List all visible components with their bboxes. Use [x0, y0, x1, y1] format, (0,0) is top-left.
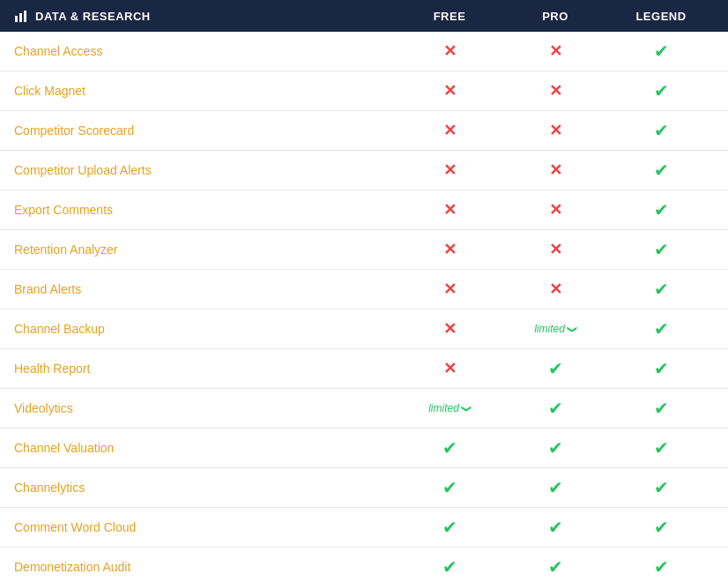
free-cell: ✔: [397, 437, 502, 458]
comparison-table: DATA & RESEARCH FREE PRO LEGEND Channel …: [0, 0, 728, 581]
pro-cell: ✔: [502, 556, 608, 577]
free-cell: ✕: [397, 319, 502, 339]
check-icon: ✔: [548, 517, 563, 538]
legend-cell: ✔: [608, 517, 714, 538]
check-icon: ✔: [654, 41, 669, 62]
table-row: Retention Analyzer ✕ ✕ ✔: [0, 230, 728, 270]
svg-rect-2: [24, 11, 26, 22]
check-icon: ✔: [654, 160, 669, 181]
table-body: Channel Access ✕ ✕ ✔ Click Magnet ✕ ✕ ✔ …: [0, 32, 728, 581]
x-icon: ✕: [549, 81, 562, 101]
section-title-cell: DATA & RESEARCH: [14, 9, 397, 23]
pro-cell: ✔: [502, 517, 608, 538]
check-icon: ✔: [548, 358, 563, 379]
pro-cell: ✕: [502, 160, 608, 180]
check-icon: ✔: [548, 437, 563, 458]
x-icon: ✕: [549, 240, 562, 259]
check-icon: ✔: [654, 477, 669, 498]
free-cell: ✕: [397, 121, 502, 140]
feature-name: Demonetization Audit: [14, 560, 397, 574]
limited-label: limited: [534, 323, 565, 335]
x-icon: ✕: [443, 41, 457, 61]
check-icon: ✔: [654, 120, 669, 141]
table-row: Health Report ✕ ✔ ✔: [0, 349, 728, 389]
check-icon: ✔: [654, 318, 669, 339]
free-cell: limited ❯: [397, 402, 502, 414]
legend-cell: ✔: [608, 41, 714, 62]
free-cell: ✕: [397, 81, 502, 101]
table-row: Comment Word Cloud ✔ ✔ ✔: [0, 508, 728, 547]
legend-cell: ✔: [608, 437, 714, 458]
table-row: Competitor Scorecard ✕ ✕ ✔: [0, 111, 728, 151]
table-row: Channel Valuation ✔ ✔ ✔: [0, 428, 728, 468]
free-cell: ✕: [397, 359, 502, 378]
check-icon: ✔: [548, 477, 563, 498]
legend-cell: ✔: [608, 160, 714, 181]
check-icon: ✔: [548, 398, 563, 419]
legend-cell: ✔: [608, 398, 714, 419]
svg-rect-1: [19, 13, 22, 22]
feature-name: Channel Access: [14, 44, 397, 58]
table-row: Demonetization Audit ✔ ✔ ✔: [0, 547, 728, 581]
check-icon: ✔: [654, 80, 669, 101]
x-icon: ✕: [549, 200, 562, 220]
x-icon: ✕: [443, 81, 457, 101]
legend-cell: ✔: [608, 120, 714, 141]
check-icon: ✔: [654, 358, 669, 379]
pro-cell: limited ❯: [502, 323, 608, 335]
pro-cell: ✔: [502, 477, 608, 498]
x-icon: ✕: [549, 41, 562, 61]
check-icon: ✔: [654, 437, 669, 458]
limited-label: limited: [428, 402, 459, 414]
check-icon: ✔: [654, 398, 669, 419]
table-row: Competitor Upload Alerts ✕ ✕ ✔: [0, 151, 728, 190]
check-icon: ✔: [654, 517, 669, 538]
x-icon: ✕: [549, 279, 562, 299]
chevron-icon: ❯: [461, 405, 472, 413]
feature-name: Channelytics: [14, 480, 397, 495]
check-icon: ✔: [442, 437, 457, 458]
pro-cell: ✔: [502, 437, 608, 458]
check-icon: ✔: [442, 517, 457, 538]
x-icon: ✕: [443, 359, 457, 378]
feature-name: Brand Alerts: [14, 282, 397, 296]
free-cell: ✕: [397, 160, 502, 180]
x-icon: ✕: [549, 160, 562, 180]
x-icon: ✕: [443, 319, 457, 339]
table-row: Export Comments ✕ ✕ ✔: [0, 190, 728, 230]
pro-cell: ✕: [502, 81, 608, 101]
check-icon: ✔: [654, 239, 669, 260]
free-cell: ✕: [397, 41, 502, 61]
check-icon: ✔: [442, 556, 457, 577]
pro-cell: ✔: [502, 398, 608, 419]
feature-name: Channel Valuation: [14, 441, 397, 455]
pro-cell: ✕: [502, 200, 608, 220]
legend-cell: ✔: [608, 239, 714, 260]
check-icon: ✔: [654, 556, 669, 577]
check-icon: ✔: [654, 279, 669, 300]
legend-cell: ✔: [608, 279, 714, 300]
x-icon: ✕: [443, 279, 457, 299]
free-cell: ✕: [397, 279, 502, 299]
table-row: Brand Alerts ✕ ✕ ✔: [0, 270, 728, 309]
x-icon: ✕: [443, 240, 457, 259]
feature-name: Export Comments: [14, 203, 397, 217]
legend-cell: ✔: [608, 199, 714, 220]
pro-cell: ✔: [502, 358, 608, 379]
pro-cell: ✕: [502, 240, 608, 259]
feature-name: Channel Backup: [14, 322, 397, 336]
section-title: DATA & RESEARCH: [35, 10, 151, 23]
svg-rect-0: [15, 16, 18, 22]
legend-cell: ✔: [608, 556, 714, 577]
header-legend: LEGEND: [608, 10, 714, 23]
legend-cell: ✔: [608, 477, 714, 498]
free-cell: ✔: [397, 556, 502, 577]
check-icon: ✔: [442, 477, 457, 498]
pro-cell: ✕: [502, 121, 608, 140]
feature-name: Competitor Upload Alerts: [14, 163, 397, 177]
x-icon: ✕: [443, 160, 457, 180]
feature-name: Retention Analyzer: [14, 242, 397, 257]
free-cell: ✕: [397, 200, 502, 220]
x-icon: ✕: [549, 121, 562, 140]
check-icon: ✔: [654, 199, 669, 220]
